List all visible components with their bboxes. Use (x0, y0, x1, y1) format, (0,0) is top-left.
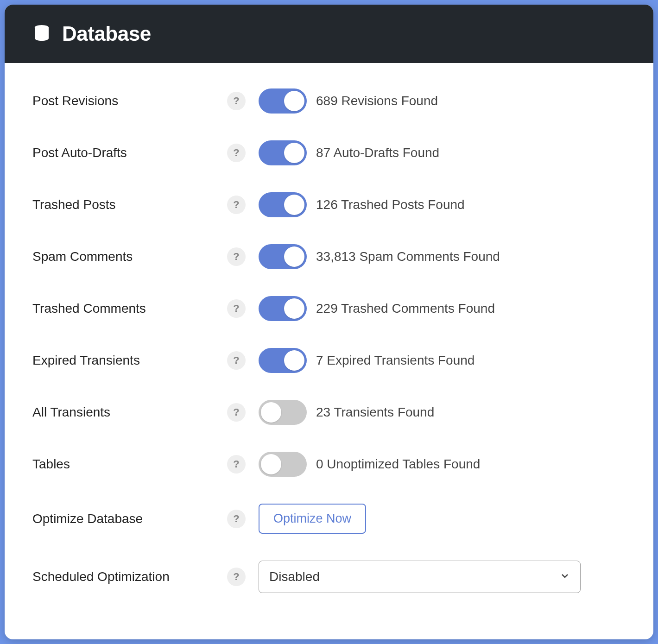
status-trashed-posts: 126 Trashed Posts Found (316, 197, 465, 212)
database-icon (32, 24, 51, 44)
controls: 229 Trashed Comments Found (259, 296, 626, 321)
label-post-auto-drafts: Post Auto-Drafts (32, 145, 227, 160)
row-optimize-database: Optimize Database ? Optimize Now (32, 504, 626, 534)
controls: 126 Trashed Posts Found (259, 192, 626, 217)
help-icon[interactable]: ? (227, 196, 246, 214)
controls: Disabled (259, 561, 626, 593)
row-all-transients: All Transients ? 23 Transients Found (32, 400, 626, 425)
panel-body: Post Revisions ? 689 Revisions Found Pos… (5, 63, 653, 639)
toggle-all-transients[interactable] (259, 400, 307, 425)
toggle-trashed-posts[interactable] (259, 192, 307, 217)
optimize-now-button[interactable]: Optimize Now (259, 504, 366, 534)
help-icon[interactable]: ? (227, 247, 246, 266)
label-tables: Tables (32, 457, 227, 472)
controls: 87 Auto-Drafts Found (259, 140, 626, 165)
label-optimize-database: Optimize Database (32, 511, 227, 526)
scheduled-optimization-select-wrap: Disabled (259, 561, 581, 593)
panel-title: Database (62, 22, 151, 45)
toggle-trashed-comments[interactable] (259, 296, 307, 321)
controls: 0 Unoptimized Tables Found (259, 452, 626, 477)
status-tables: 0 Unoptimized Tables Found (316, 457, 480, 472)
label-scheduled-optimization: Scheduled Optimization (32, 569, 227, 584)
help-icon[interactable]: ? (227, 351, 246, 370)
help-icon[interactable]: ? (227, 299, 246, 318)
controls: 7 Expired Transients Found (259, 348, 626, 373)
status-post-auto-drafts: 87 Auto-Drafts Found (316, 145, 439, 160)
help-icon[interactable]: ? (227, 568, 246, 586)
status-spam-comments: 33,813 Spam Comments Found (316, 249, 500, 264)
controls: 689 Revisions Found (259, 88, 626, 114)
toggle-expired-transients[interactable] (259, 348, 307, 373)
toggle-spam-comments[interactable] (259, 244, 307, 269)
panel-header: Database (5, 5, 653, 63)
label-post-revisions: Post Revisions (32, 94, 227, 108)
row-trashed-comments: Trashed Comments ? 229 Trashed Comments … (32, 296, 626, 321)
row-post-auto-drafts: Post Auto-Drafts ? 87 Auto-Drafts Found (32, 140, 626, 165)
label-trashed-comments: Trashed Comments (32, 301, 227, 316)
toggle-post-auto-drafts[interactable] (259, 140, 307, 165)
controls: 33,813 Spam Comments Found (259, 244, 626, 269)
status-all-transients: 23 Transients Found (316, 405, 434, 420)
controls: 23 Transients Found (259, 400, 626, 425)
status-expired-transients: 7 Expired Transients Found (316, 353, 475, 368)
row-post-revisions: Post Revisions ? 689 Revisions Found (32, 88, 626, 114)
row-tables: Tables ? 0 Unoptimized Tables Found (32, 452, 626, 477)
label-expired-transients: Expired Transients (32, 353, 227, 368)
help-icon[interactable]: ? (227, 92, 246, 110)
label-all-transients: All Transients (32, 405, 227, 420)
toggle-post-revisions[interactable] (259, 88, 307, 114)
status-trashed-comments: 229 Trashed Comments Found (316, 301, 495, 316)
help-icon[interactable]: ? (227, 455, 246, 474)
row-trashed-posts: Trashed Posts ? 126 Trashed Posts Found (32, 192, 626, 217)
row-expired-transients: Expired Transients ? 7 Expired Transient… (32, 348, 626, 373)
controls: Optimize Now (259, 504, 626, 534)
row-spam-comments: Spam Comments ? 33,813 Spam Comments Fou… (32, 244, 626, 269)
help-icon[interactable]: ? (227, 144, 246, 162)
scheduled-optimization-select[interactable]: Disabled (259, 561, 581, 593)
help-icon[interactable]: ? (227, 510, 246, 528)
label-spam-comments: Spam Comments (32, 249, 227, 264)
label-trashed-posts: Trashed Posts (32, 197, 227, 212)
help-icon[interactable]: ? (227, 403, 246, 422)
status-post-revisions: 689 Revisions Found (316, 94, 438, 108)
database-settings-panel: Database Post Revisions ? 689 Revisions … (5, 5, 653, 639)
row-scheduled-optimization: Scheduled Optimization ? Disabled (32, 561, 626, 593)
toggle-tables[interactable] (259, 452, 307, 477)
